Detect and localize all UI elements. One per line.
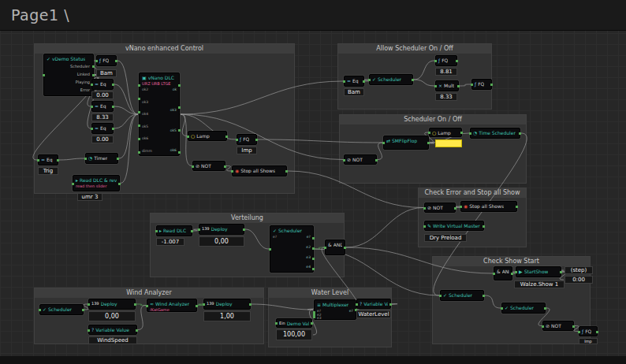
- output-pin[interactable]: [92, 74, 95, 76]
- input-pin[interactable]: [138, 84, 140, 87]
- output-pin[interactable]: [224, 165, 226, 168]
- input-pin[interactable]: [231, 170, 233, 173]
- input-pin[interactable]: [91, 106, 93, 108]
- output-pin[interactable]: [178, 106, 181, 109]
- node-vdemo-status[interactable]: ✓vDemo StatusSchedulerLinkedPlayingError: [43, 54, 94, 96]
- iobox-val-e[interactable]: 8.33: [435, 93, 457, 101]
- output-pin[interactable]: [136, 329, 138, 332]
- input-pin[interactable]: [269, 248, 271, 251]
- output-pin[interactable]: [560, 271, 562, 273]
- input-pin[interactable]: [313, 316, 315, 318]
- node-not-a[interactable]: ⊘NOT: [192, 161, 225, 171]
- iobox-step[interactable]: (step): [565, 266, 593, 274]
- node-stop-shows-a[interactable]: ◉Stop all Shows: [232, 165, 287, 176]
- input-pin[interactable]: [155, 230, 158, 232]
- input-pin[interactable]: [91, 84, 93, 86]
- iobox-imp-b[interactable]: Imp: [579, 338, 598, 344]
- input-pin[interactable]: [471, 84, 473, 86]
- input-pin[interactable]: [515, 271, 517, 273]
- output-pin[interactable]: [312, 237, 315, 240]
- node-stop-shows-b[interactable]: ◉Stop all Shows: [460, 201, 517, 212]
- node-fq-c[interactable]: ƒFQ: [435, 55, 457, 66]
- node-mult[interactable]: ×Mult: [435, 80, 459, 91]
- input-pin[interactable]: [138, 98, 140, 100]
- node-and-a[interactable]: &AND: [325, 240, 345, 255]
- node-multiplexer[interactable]: ≡Multiplexere?e2e3e?: [314, 299, 356, 320]
- patch-title[interactable]: Page1 \: [11, 6, 69, 24]
- input-pin[interactable]: [146, 305, 148, 307]
- output-pin[interactable]: [312, 258, 315, 260]
- iobox-000[interactable]: 0:00: [565, 276, 593, 284]
- output-pin[interactable]: [285, 170, 288, 173]
- node-fq-a[interactable]: ƒFQ: [96, 55, 117, 66]
- output-pin[interactable]: [519, 132, 521, 135]
- node-vnano-dlc[interactable]: ▣vNano DLCURZ URB LTGEok2ok3ok4ok5ok6dim…: [139, 72, 180, 156]
- iobox-trig[interactable]: Trig: [38, 167, 58, 175]
- iobox-val-a[interactable]: 0.00: [91, 91, 114, 99]
- node-scheduler-d[interactable]: ✓Scheduler: [501, 303, 546, 314]
- output-pin[interactable]: [243, 228, 245, 231]
- output-pin[interactable]: [427, 142, 430, 144]
- input-pin[interactable]: [434, 85, 437, 87]
- input-pin[interactable]: [192, 165, 194, 168]
- input-pin[interactable]: [324, 247, 326, 249]
- output-pin[interactable]: [483, 225, 485, 228]
- input-pin[interactable]: [203, 303, 205, 306]
- node-read-dlc-reverse[interactable]: ▸Read DLC & reverseread then slider: [73, 175, 120, 191]
- input-pin[interactable]: [138, 151, 140, 154]
- node-varval-a[interactable]: ?Variable Value: [88, 325, 137, 335]
- input-pin[interactable]: [423, 225, 426, 228]
- output-pin[interactable]: [118, 183, 121, 185]
- input-pin[interactable]: [37, 159, 39, 162]
- input-pin[interactable]: [493, 273, 495, 275]
- input-pin[interactable]: [39, 309, 41, 311]
- output-pin[interactable]: [456, 60, 458, 62]
- output-pin[interactable]: [483, 295, 485, 297]
- output-pin[interactable]: [134, 303, 136, 306]
- input-pin[interactable]: [43, 74, 45, 76]
- output-pin[interactable]: [178, 151, 181, 154]
- iobox-walze[interactable]: Walze.Show 1: [514, 280, 565, 288]
- node-eq-d[interactable]: =Eq: [38, 154, 58, 165]
- input-pin[interactable]: [356, 303, 358, 306]
- output-pin[interactable]: [460, 132, 463, 134]
- input-pin[interactable]: [501, 307, 503, 310]
- output-pin[interactable]: [255, 139, 258, 141]
- node-not-d[interactable]: ⊘NOT: [542, 321, 574, 331]
- group-scheduler-on-off[interactable]: Scheduler On / Off: [339, 114, 527, 184]
- iobox-bam-a[interactable]: Bam: [96, 69, 117, 77]
- output-pin[interactable]: [312, 247, 315, 250]
- output-pin[interactable]: [191, 230, 193, 232]
- node-eq-a[interactable]: =Eq: [91, 79, 114, 90]
- output-pin[interactable]: [196, 305, 198, 307]
- input-pin[interactable]: [439, 295, 442, 297]
- node-lamp-b[interactable]: ○Lamp: [429, 128, 462, 137]
- output-pin[interactable]: [112, 84, 114, 86]
- node-scheduler-big[interactable]: ✓Schedulere?e?e2e3e4: [270, 225, 314, 273]
- iobox-neg[interactable]: -1.007: [156, 238, 184, 246]
- node-fq-d[interactable]: ƒFQ: [471, 79, 492, 90]
- input-pin[interactable]: [434, 60, 437, 62]
- output-pin[interactable]: [544, 307, 546, 310]
- node-demo-value[interactable]: EinDemo Value: [276, 318, 312, 328]
- iobox-umr[interactable]: umr 3: [77, 193, 102, 201]
- node-eq-c[interactable]: =Eq: [91, 123, 114, 134]
- input-pin[interactable]: [198, 228, 200, 231]
- output-pin[interactable]: [117, 158, 119, 160]
- output-pin[interactable]: [92, 65, 95, 68]
- node-smflipflop[interactable]: ⇄SMFlipFlop: [383, 136, 429, 150]
- input-pin[interactable]: [138, 138, 140, 140]
- output-pin[interactable]: [375, 159, 378, 162]
- iobox-dry[interactable]: Dry Preload: [424, 234, 467, 242]
- output-pin[interactable]: [249, 303, 252, 306]
- input-pin[interactable]: [275, 322, 278, 325]
- input-pin[interactable]: [95, 60, 98, 62]
- input-pin[interactable]: [138, 124, 140, 127]
- iobox-val-b[interactable]: 8.33: [91, 113, 114, 121]
- input-pin[interactable]: [91, 128, 93, 130]
- input-pin[interactable]: [343, 80, 345, 83]
- iobox-bam-b[interactable]: Bam: [344, 88, 364, 96]
- output-pin[interactable]: [112, 128, 114, 130]
- iobox-100[interactable]: 100,00: [276, 329, 312, 340]
- iobox-dep-a[interactable]: 0,00: [199, 236, 244, 247]
